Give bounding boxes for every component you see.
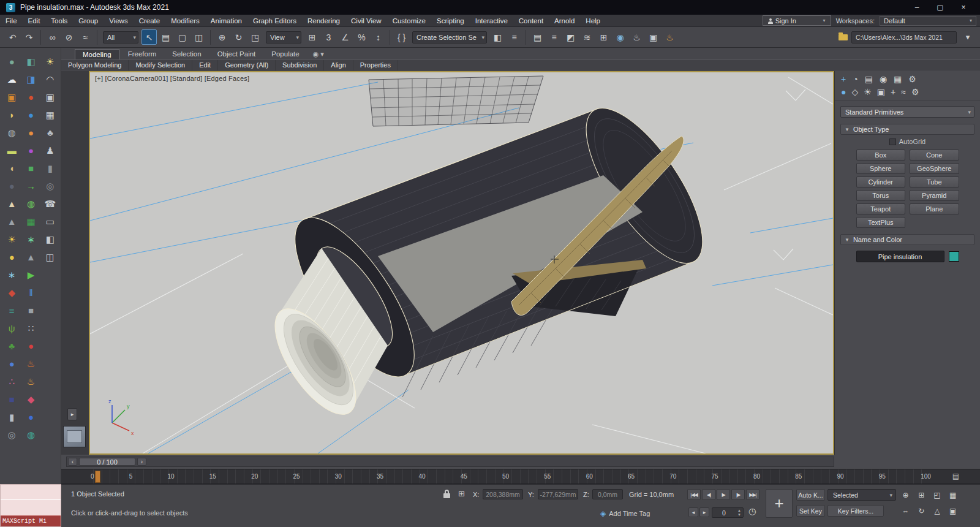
key-set-dropdown[interactable]: Selected	[827, 489, 896, 501]
torch-icon[interactable]: ♨	[23, 373, 39, 390]
dome-icon[interactable]: ◠	[42, 70, 58, 88]
phone-icon[interactable]: ☎	[42, 195, 58, 213]
step-back-button[interactable]: ◂	[688, 507, 698, 517]
object-type-button[interactable]: Tube	[910, 176, 959, 188]
grid-plane-object[interactable]	[369, 76, 543, 126]
object-type-button[interactable]: Cylinder	[856, 176, 906, 188]
monitor-icon[interactable]: ▭	[42, 213, 58, 230]
set-keys-button[interactable]: +	[766, 489, 793, 518]
ocean-sphere-icon[interactable]: ●	[23, 408, 39, 426]
object-type-button[interactable]: Cone	[910, 150, 959, 161]
flame-icon[interactable]: ♨	[23, 355, 39, 373]
split-view-icon[interactable]: ◫	[42, 248, 58, 266]
sphere-tool-icon[interactable]: ●	[4, 53, 20, 70]
select-scale-icon[interactable]: ◳	[247, 29, 263, 45]
grass-icon[interactable]: ψ	[4, 319, 20, 337]
maximize-button[interactable]: ▢	[930, 1, 951, 13]
selection-lock-icon[interactable]	[443, 493, 450, 498]
absolute-mode-toggle-icon[interactable]: ⊞	[458, 489, 465, 498]
select-by-name-icon[interactable]: ▤	[158, 29, 173, 45]
scene-explorer-icon[interactable]: ▤	[530, 29, 545, 45]
menu-item[interactable]: Graph Editors	[247, 15, 302, 27]
menu-item[interactable]: Arnold	[549, 15, 580, 27]
box-tool-icon[interactable]: ■	[4, 390, 20, 408]
cameras-category-icon[interactable]: ▣	[877, 87, 885, 97]
ribbon-tab[interactable]: Object Paint	[210, 49, 263, 59]
previous-frame-arrow[interactable]: ‹	[68, 458, 77, 466]
yellow-sphere-icon[interactable]: ●	[4, 248, 20, 266]
layer-manager-icon[interactable]: ≡	[546, 29, 562, 45]
maxscript-mini-listener[interactable]: MAXScript Mi	[0, 484, 61, 527]
object-type-button[interactable]: Plane	[910, 203, 959, 214]
toolbar-separator[interactable]	[40, 30, 41, 45]
toolbar-separator[interactable]	[526, 30, 526, 45]
ribbon-group-button[interactable]: Modify Selection	[129, 60, 192, 70]
material-editor-icon[interactable]: ◉	[612, 29, 628, 45]
foliage-icon[interactable]: ♣	[4, 337, 20, 355]
ladder-icon[interactable]: ≡	[4, 301, 20, 319]
globe-icon[interactable]: ◍	[23, 426, 39, 444]
putty-tool-icon[interactable]: ◗	[4, 106, 20, 124]
create-tab-icon[interactable]: +	[841, 74, 846, 84]
close-button[interactable]: ×	[953, 1, 974, 13]
render-setup-icon[interactable]: ♨	[629, 29, 644, 45]
toolbar-separator[interactable]	[390, 30, 390, 45]
project-path-field[interactable]: C:\Users\Alex...\3ds Max 2021	[851, 31, 957, 44]
select-move-icon[interactable]: ⊕	[214, 29, 230, 45]
plane-tool-icon[interactable]: ▬	[4, 142, 20, 159]
viewport-label[interactable]: [+] [CoronaCamera001] [Standard] [Edged …	[95, 75, 249, 82]
toolbar-separator[interactable]	[97, 30, 97, 45]
zoom-extents-all-icon[interactable]: ▦	[946, 488, 959, 502]
viewport-3d-scene[interactable]: x y z	[90, 72, 833, 453]
ribbon-group-button[interactable]: Properties	[353, 60, 398, 70]
y-coordinate-field[interactable]: -277,629mm	[538, 489, 578, 499]
purple-sphere-icon[interactable]: ●	[23, 142, 39, 159]
camera-icon[interactable]: ▣	[42, 88, 58, 106]
pause-shape-icon[interactable]: ‖	[23, 284, 39, 301]
zoom-extents-icon[interactable]: ◰	[931, 488, 944, 502]
ribbon-group-button[interactable]: Edit	[192, 60, 218, 70]
menu-item[interactable]: Views	[104, 15, 133, 27]
mirror-icon[interactable]: ◧	[490, 29, 505, 45]
menu-item[interactable]: Help	[580, 15, 606, 27]
ribbon-group-button[interactable]: Align	[324, 60, 353, 70]
red-sphere-icon[interactable]: ●	[23, 337, 39, 355]
mini-curve-editor-icon[interactable]: ▤	[952, 472, 959, 480]
camcorder-icon[interactable]: ◧	[42, 230, 58, 248]
go-to-end-button[interactable]: ▶▶|	[746, 489, 760, 500]
workspace-dropdown[interactable]: Default ▾	[880, 16, 976, 26]
dots-tool-icon[interactable]: ∷	[23, 319, 39, 337]
cylinder-icon[interactable]: ▮	[42, 159, 58, 177]
ribbon-tab[interactable]: Freeform	[121, 49, 164, 59]
object-type-button[interactable]: GeoSphere	[910, 163, 959, 174]
lights-category-icon[interactable]: ☀	[864, 87, 872, 97]
render-production-icon[interactable]: ♨	[662, 29, 677, 45]
snowflake-icon[interactable]: ∗	[4, 266, 20, 284]
time-slider-handle[interactable]: 0 / 100	[79, 458, 135, 466]
orange-sphere-icon[interactable]: ●	[23, 124, 39, 142]
menu-item[interactable]: Group	[73, 15, 104, 27]
modify-tab-icon[interactable]: ◔	[853, 74, 858, 84]
motion-tab-icon[interactable]: ◉	[880, 74, 887, 84]
sign-in-button[interactable]: Sign In ▾	[763, 15, 831, 26]
select-rotate-icon[interactable]: ↻	[231, 29, 246, 45]
torus-icon[interactable]: ◎	[42, 177, 58, 195]
project-folder-menu-icon[interactable]: ▾	[960, 32, 975, 42]
previous-frame-button[interactable]: ◀|	[702, 489, 715, 500]
name-color-rollout[interactable]: ▼ Name and Color	[840, 234, 974, 245]
menu-item[interactable]: Interactive	[470, 15, 513, 27]
step-forward-button[interactable]: ▸	[699, 507, 709, 517]
field-of-view-icon[interactable]: △	[931, 504, 944, 518]
cone-tool-icon[interactable]: ▲	[4, 213, 20, 230]
hierarchy-tab-icon[interactable]: ▤	[865, 74, 873, 84]
spacewarps-category-icon[interactable]: ≈	[901, 87, 906, 97]
object-type-button[interactable]: Teapot	[856, 203, 906, 214]
key-filters-button[interactable]: Key Filters...	[827, 505, 884, 517]
sun-icon[interactable]: ☀	[4, 230, 20, 248]
rendered-frame-icon[interactable]: ▣	[646, 29, 661, 45]
lightbulb-icon[interactable]: ☀	[42, 53, 58, 70]
menu-item[interactable]: Customize	[387, 15, 431, 27]
display-tab-icon[interactable]: ▦	[894, 74, 902, 84]
z-coordinate-field[interactable]: 0,0mm	[592, 489, 623, 499]
pan-icon[interactable]: ⇔	[899, 504, 912, 518]
